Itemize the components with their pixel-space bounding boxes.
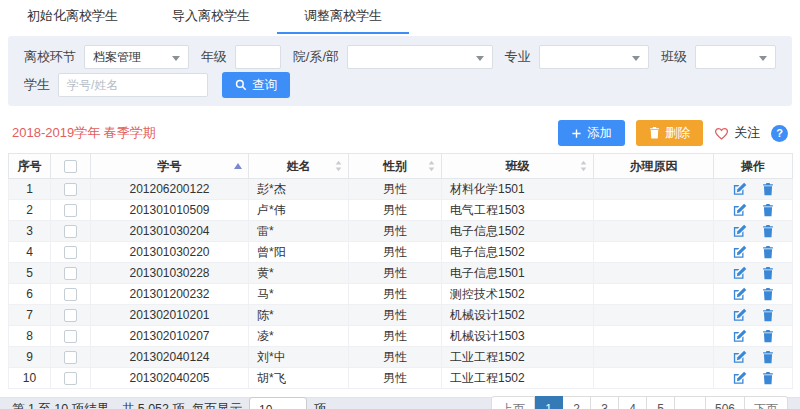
delete-row-icon[interactable] — [762, 267, 774, 280]
class-cell: 工业工程1502 — [442, 347, 594, 368]
select-all-checkbox[interactable] — [64, 160, 77, 173]
row-checkbox[interactable] — [64, 204, 77, 217]
major-select[interactable] — [539, 45, 649, 69]
row-checkbox[interactable] — [64, 372, 77, 385]
tab-adjust-leave-students[interactable]: 调整离校学生 — [277, 0, 409, 34]
delete-row-icon[interactable] — [762, 309, 774, 322]
follow-button-label: 关注 — [734, 124, 760, 142]
edit-icon[interactable] — [733, 308, 747, 322]
stage-select[interactable]: 档案管理 — [84, 45, 189, 69]
delete-row-icon[interactable] — [762, 204, 774, 217]
student-name-cell: 曾*阳 — [249, 242, 349, 263]
row-checkbox-cell — [51, 179, 91, 200]
header-gender[interactable]: 性别 — [349, 154, 442, 179]
delete-row-icon[interactable] — [762, 351, 774, 364]
edit-icon[interactable] — [733, 371, 747, 385]
toolbar-actions: 添加 删除 关注 ? — [558, 120, 788, 146]
per-page-label: 每页显示 — [192, 401, 242, 409]
page-button-1[interactable]: 1 — [535, 396, 563, 409]
class-select[interactable] — [695, 45, 776, 69]
header-class[interactable]: 班级 — [442, 154, 594, 179]
row-checkbox[interactable] — [64, 183, 77, 196]
gender-cell: 男性 — [349, 284, 442, 305]
edit-icon[interactable] — [733, 245, 747, 259]
edit-icon[interactable] — [733, 224, 747, 238]
row-checkbox[interactable] — [64, 267, 77, 280]
class-cell: 电子信息1501 — [442, 263, 594, 284]
delete-row-icon[interactable] — [762, 183, 774, 196]
student-id-cell: 201302010207 — [91, 326, 249, 347]
student-id-cell: 201302040124 — [91, 347, 249, 368]
reason-cell — [594, 347, 714, 368]
tab-init-leave-students[interactable]: 初始化离校学生 — [0, 0, 145, 34]
student-name-cell: 凌* — [249, 326, 349, 347]
row-index-cell: 3 — [9, 221, 51, 242]
row-index-cell: 5 — [9, 263, 51, 284]
per-page-select[interactable]: 10 — [249, 397, 307, 409]
edit-icon[interactable] — [733, 350, 747, 364]
actions-cell — [714, 347, 793, 368]
page-button-506[interactable]: 506 — [706, 396, 745, 409]
dept-select[interactable] — [347, 45, 492, 69]
edit-icon[interactable] — [733, 203, 747, 217]
tab-import-leave-students[interactable]: 导入离校学生 — [145, 0, 277, 34]
add-button-label: 添加 — [587, 125, 612, 142]
row-checkbox[interactable] — [64, 351, 77, 364]
row-index-cell: 6 — [9, 284, 51, 305]
delete-button[interactable]: 删除 — [636, 120, 703, 146]
delete-row-icon[interactable] — [762, 288, 774, 301]
student-id-cell: 201301030228 — [91, 263, 249, 284]
follow-button[interactable]: 关注 — [714, 124, 760, 142]
heart-icon — [714, 126, 729, 140]
search-button[interactable]: 查询 — [222, 72, 290, 98]
page-button-3[interactable]: 3 — [591, 396, 619, 409]
next-page-button[interactable]: 下页 — [745, 396, 788, 409]
row-checkbox[interactable] — [64, 330, 77, 343]
row-checkbox[interactable] — [64, 225, 77, 238]
edit-icon[interactable] — [733, 182, 747, 196]
prev-page-button[interactable]: 上页 — [491, 396, 535, 409]
plus-icon — [571, 128, 582, 139]
page-button-2[interactable]: 2 — [563, 396, 591, 409]
sort-asc-icon — [234, 163, 242, 169]
class-cell: 电子信息1502 — [442, 221, 594, 242]
table-row: 3 201301030204 雷* 男性 电子信息1502 — [9, 221, 793, 242]
delete-button-label: 删除 — [665, 125, 690, 142]
student-table: 序号 学号 姓名 性别 班级 办理原因 操作 1 201206200122 — [8, 153, 792, 389]
row-checkbox[interactable] — [64, 309, 77, 322]
delete-row-icon[interactable] — [762, 225, 774, 238]
page-button-4[interactable]: 4 — [619, 396, 647, 409]
edit-icon[interactable] — [733, 266, 747, 280]
grade-input[interactable] — [235, 45, 281, 69]
reason-cell — [594, 200, 714, 221]
table-row: 2 201301010509 卢*伟 男性 电气工程1503 — [9, 200, 793, 221]
row-checkbox-cell — [51, 242, 91, 263]
gender-cell: 男性 — [349, 200, 442, 221]
header-student-id[interactable]: 学号 — [91, 154, 249, 179]
actions-cell — [714, 179, 793, 200]
help-icon[interactable]: ? — [771, 125, 788, 142]
row-checkbox-cell — [51, 326, 91, 347]
student-name-cell: 刘*中 — [249, 347, 349, 368]
edit-icon[interactable] — [733, 287, 747, 301]
add-button[interactable]: 添加 — [558, 120, 625, 146]
table-row: 8 201302010207 凌* 男性 机械设计1503 — [9, 326, 793, 347]
page-button-5[interactable]: 5 — [647, 396, 675, 409]
row-checkbox-cell — [51, 368, 91, 389]
row-checkbox[interactable] — [64, 288, 77, 301]
edit-icon[interactable] — [733, 329, 747, 343]
delete-row-icon[interactable] — [762, 372, 774, 385]
row-checkbox[interactable] — [64, 246, 77, 259]
delete-row-icon[interactable] — [762, 330, 774, 343]
gender-cell: 男性 — [349, 347, 442, 368]
header-name[interactable]: 姓名 — [249, 154, 349, 179]
student-name-cell: 马* — [249, 284, 349, 305]
sort-both-icon — [335, 161, 342, 172]
gender-cell: 男性 — [349, 221, 442, 242]
reason-cell — [594, 326, 714, 347]
filter-row-1: 离校环节 档案管理 年级 院/系/部 专业 班级 — [18, 43, 782, 71]
delete-row-icon[interactable] — [762, 246, 774, 259]
header-actions: 操作 — [714, 154, 793, 179]
student-input[interactable]: 学号/姓名 — [58, 73, 208, 97]
class-cell: 工业工程1502 — [442, 368, 594, 389]
